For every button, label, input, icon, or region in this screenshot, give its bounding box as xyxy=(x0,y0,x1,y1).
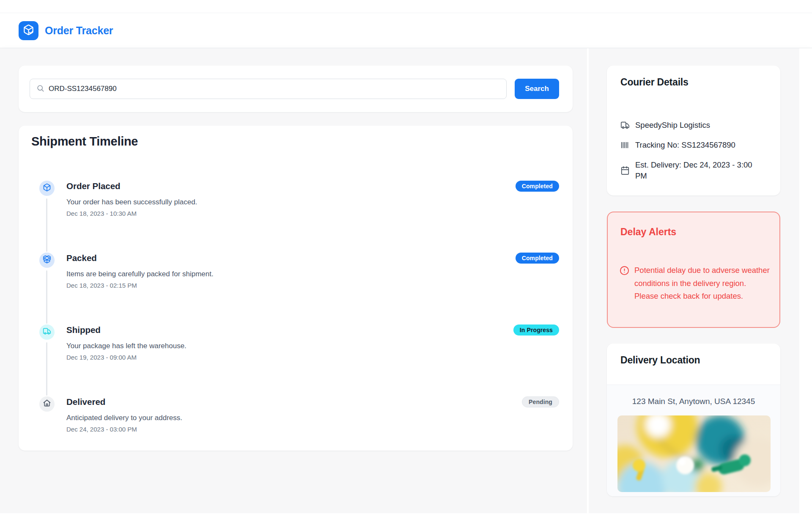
courier-details-title: Courier Details xyxy=(620,77,689,88)
truck-icon xyxy=(620,121,630,130)
timeline-connector xyxy=(46,342,47,396)
courier-rows: SpeedyShip Logistics Tracking No: SS1234… xyxy=(620,120,767,182)
step-title: Shipped xyxy=(66,325,101,335)
step-title: Delivered xyxy=(66,397,105,407)
delivery-address: 123 Main St, Anytown, USA 12345 xyxy=(607,397,780,406)
step-description: Your package has left the warehouse. xyxy=(66,342,187,350)
step-description: Your order has been successfully placed. xyxy=(66,198,197,206)
right-gutter xyxy=(799,48,812,513)
app-title: Order Tracker xyxy=(45,25,113,37)
courier-name: SpeedyShip Logistics xyxy=(635,120,710,131)
package-open-icon xyxy=(43,255,51,265)
step-icon-circle xyxy=(39,181,55,196)
app-header: Order Tracker xyxy=(0,13,812,48)
search-card: Search xyxy=(19,66,573,112)
delay-alerts-title: Delay Alerts xyxy=(620,226,676,238)
shipment-timeline-card: Shipment Timeline Order Placed Your orde… xyxy=(19,126,573,451)
package-check-icon xyxy=(23,24,34,37)
search-button[interactable]: Search xyxy=(515,79,559,99)
column-divider xyxy=(587,48,589,513)
timeline-connector xyxy=(46,198,47,252)
tracking-number-row: Tracking No: SS1234567890 xyxy=(620,140,767,151)
step-title: Packed xyxy=(66,253,97,263)
delivery-location-body: 123 Main St, Anytown, USA 12345 xyxy=(607,385,780,496)
timeline-step-packed: Packed Items are being carefully packed … xyxy=(31,253,560,324)
package-icon xyxy=(43,183,51,193)
delivery-map-photo xyxy=(617,415,771,492)
status-badge: In Progress xyxy=(513,324,559,336)
tracking-search-field[interactable] xyxy=(30,79,507,99)
tracking-number: Tracking No: SS1234567890 xyxy=(635,140,735,151)
delay-alerts-card: Delay Alerts Potential delay due to adve… xyxy=(607,212,780,328)
step-icon-circle xyxy=(39,324,55,340)
courier-name-row: SpeedyShip Logistics xyxy=(620,120,767,131)
step-timestamp: Dec 24, 2023 - 03:00 PM xyxy=(66,426,137,433)
status-badge: Completed xyxy=(516,181,559,192)
search-input[interactable] xyxy=(49,85,506,93)
estimated-delivery: Est. Delivery: Dec 24, 2023 - 3:00 PM xyxy=(635,160,762,182)
estimated-delivery-row: Est. Delivery: Dec 24, 2023 - 3:00 PM xyxy=(620,160,767,182)
step-icon-circle xyxy=(39,253,55,268)
step-timestamp: Dec 18, 2023 - 02:15 PM xyxy=(66,282,137,289)
step-timestamp: Dec 18, 2023 - 10:30 AM xyxy=(66,210,137,217)
barcode-icon xyxy=(620,140,630,150)
order-tracker-app: Order Tracker Search Shipment Timeline xyxy=(0,0,812,528)
timeline-step-order-placed: Order Placed Your order has been success… xyxy=(31,181,560,253)
step-title: Order Placed xyxy=(66,181,121,191)
status-badge: Pending xyxy=(522,396,559,407)
timeline-step-shipped: Shipped Your package has left the wareho… xyxy=(31,324,560,396)
app-logo[interactable] xyxy=(19,21,38,40)
step-description: Anticipated delivery to your address. xyxy=(66,414,182,422)
step-icon-circle xyxy=(39,396,55,412)
truck-icon xyxy=(43,327,51,337)
search-icon xyxy=(36,84,44,94)
delivery-location-card: Delivery Location 123 Main St, Anytown, … xyxy=(607,344,780,496)
step-description: Items are being carefully packed for shi… xyxy=(66,270,214,278)
timeline-title: Shipment Timeline xyxy=(31,135,138,148)
main-content: Search Shipment Timeline Order Placed Yo… xyxy=(0,48,812,513)
timeline-connector xyxy=(46,270,47,324)
step-timestamp: Dec 19, 2023 - 09:00 AM xyxy=(66,354,137,361)
calendar-icon xyxy=(620,166,630,175)
delivery-location-title: Delivery Location xyxy=(620,355,700,366)
delay-alert-item: Potential delay due to adverse weather c… xyxy=(620,264,771,303)
alert-circle-icon xyxy=(620,266,629,303)
courier-details-card: Courier Details SpeedyShip Logistics xyxy=(607,66,780,195)
home-icon xyxy=(43,399,51,409)
timeline-step-delivered: Delivered Anticipated delivery to your a… xyxy=(31,396,560,468)
delivery-location-header: Delivery Location xyxy=(607,344,780,385)
delay-alert-message: Potential delay due to adverse weather c… xyxy=(634,264,771,303)
status-badge: Completed xyxy=(516,253,559,264)
footer-area xyxy=(0,513,812,528)
